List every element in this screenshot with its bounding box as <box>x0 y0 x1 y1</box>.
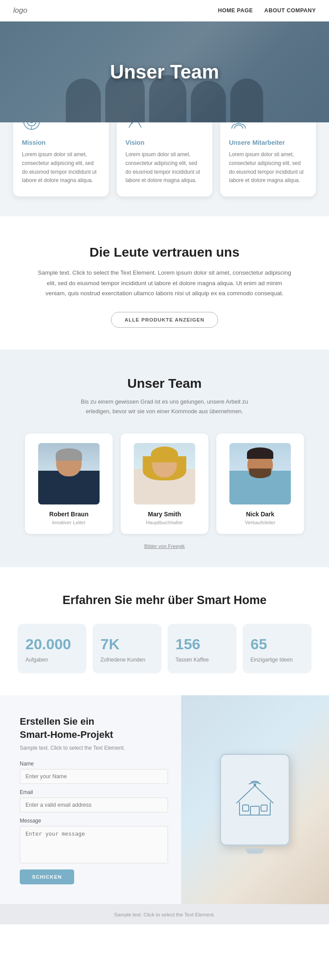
form-message-group: Message <box>20 818 168 869</box>
card-vision-title: Vision <box>125 139 204 146</box>
card-employees-text: Lorem ipsum dolor sit amet, consectetur … <box>229 150 307 185</box>
member-robert-name: Robert Braun <box>32 511 106 518</box>
hero-section: Unser Team <box>0 21 329 122</box>
stat-customers-number: 7K <box>100 636 154 652</box>
stat-ideas-number: 65 <box>250 636 304 652</box>
avatar-nick <box>229 443 291 504</box>
member-robert-role: kreativer Leiter <box>32 520 106 525</box>
team-card-mary: Mary Smith Hauptbuchhalter <box>121 433 208 534</box>
card-vision-text: Lorem ipsum dolor sit amet, consectetur … <box>125 150 204 185</box>
footer: Sample text. Click to select the Text El… <box>0 904 329 924</box>
nav-links: HOME PAGE ABOUT COMPANY <box>218 7 316 14</box>
stats-grid: 20.000 Aufgaben 7K Zufriedene Kunden 156… <box>18 624 311 673</box>
nav-home[interactable]: HOME PAGE <box>218 7 253 14</box>
footer-text: Sample text. Click to select the Text El… <box>114 912 215 917</box>
contact-subtitle: Sample text. Click to select the Text El… <box>20 745 168 751</box>
form-email-group: Email <box>20 789 168 818</box>
contact-heading: Erstellen Sie ein Smart-Home-Projekt <box>20 715 116 741</box>
member-mary-role: Hauptbuchhalter <box>128 520 201 525</box>
view-products-button[interactable]: ALLE PRODUKTE ANZEIGEN <box>111 312 218 328</box>
avatar-mary <box>134 443 195 504</box>
contact-section: Erstellen Sie ein Smart-Home-Projekt Sam… <box>0 695 329 904</box>
team-subtitle: Bis zu einem gewissen Grad ist es uns ge… <box>72 397 257 416</box>
svg-rect-12 <box>261 805 267 811</box>
svg-point-13 <box>254 784 256 786</box>
nav-about[interactable]: ABOUT COMPANY <box>265 7 316 14</box>
form-name-group: Name <box>20 761 168 789</box>
stat-ideas: 65 Einzigartige Ideen <box>243 624 311 673</box>
stat-ideas-label: Einzigartige Ideen <box>250 657 304 663</box>
hero-title: Unser Team <box>110 61 219 83</box>
stats-section: Erfahren Sie mehr über Smart Home 20.000… <box>0 567 329 695</box>
stat-tasks: 20.000 Aufgaben <box>18 624 86 673</box>
email-label: Email <box>20 789 168 795</box>
photo-credit: Bilder von Freepik <box>13 542 316 550</box>
stat-coffee: 156 Tassen Kaffee <box>168 624 236 673</box>
contact-form-panel: Erstellen Sie ein Smart-Home-Projekt Sam… <box>0 695 181 904</box>
stat-customers-label: Zufriedene Kunden <box>100 657 154 663</box>
team-section: Unser Team Bis zu einem gewissen Grad is… <box>0 350 329 567</box>
trust-heading: Die Leute vertrauen uns <box>31 245 298 260</box>
team-card-robert: Robert Braun kreativer Leiter <box>25 433 113 534</box>
member-nick-role: Verkaufsleiter <box>223 520 297 525</box>
logo: logo <box>13 6 27 15</box>
trust-section: Die Leute vertrauen uns Sample text. Cli… <box>0 216 329 350</box>
team-card-nick: Nick Dark Verkaufsleiter <box>216 433 304 534</box>
card-employees-title: Unsere Mitarbeiter <box>229 139 307 146</box>
avatar-robert <box>38 443 100 504</box>
team-cards-row: Robert Braun kreativer Leiter Mary Smith… <box>13 433 316 534</box>
stat-tasks-number: 20.000 <box>25 636 79 652</box>
stats-heading: Erfahren Sie mehr über Smart Home <box>18 594 311 607</box>
contact-illustration <box>181 695 329 904</box>
member-mary-name: Mary Smith <box>128 511 201 518</box>
trust-description: Sample text. Click to select the Text El… <box>37 268 292 299</box>
email-input[interactable] <box>20 798 168 812</box>
navbar: logo HOME PAGE ABOUT COMPANY <box>0 0 329 21</box>
svg-rect-11 <box>243 805 249 811</box>
stat-coffee-number: 156 <box>175 636 229 652</box>
svg-rect-10 <box>250 806 259 815</box>
team-heading: Unser Team <box>13 376 316 391</box>
card-mission-text: Lorem ipsum dolor sit amet, consectetur … <box>22 150 100 185</box>
card-mission-title: Mission <box>22 139 100 146</box>
smarthome-visual <box>220 754 290 846</box>
name-label: Name <box>20 761 168 767</box>
stat-customers: 7K Zufriedene Kunden <box>93 624 161 673</box>
name-input[interactable] <box>20 769 168 784</box>
message-textarea[interactable] <box>20 826 168 863</box>
stat-tasks-label: Aufgaben <box>25 657 79 663</box>
photo-credit-text: Bilder von Freepik <box>144 544 185 549</box>
message-label: Message <box>20 818 168 824</box>
stat-coffee-label: Tassen Kaffee <box>175 657 229 663</box>
submit-button[interactable]: SCHICKEN <box>20 869 74 884</box>
member-nick-name: Nick Dark <box>223 511 297 518</box>
